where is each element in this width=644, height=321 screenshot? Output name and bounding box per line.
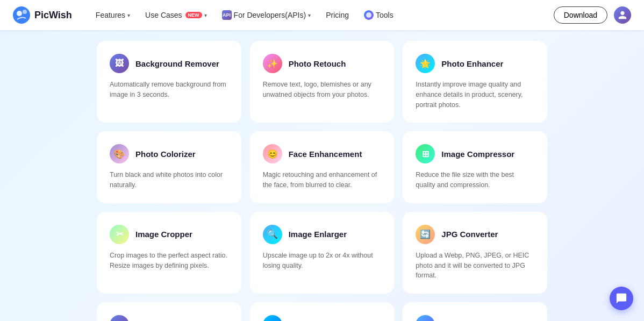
svg-point-1	[17, 11, 22, 16]
card-photo-colorizer[interactable]: 🎨 Photo Colorizer Turn black and white p…	[97, 131, 241, 203]
photo-retouch-icon: ✨	[263, 54, 282, 73]
card-header: 😊 Face Enhancement	[263, 144, 382, 163]
nav-right: Download	[554, 6, 631, 24]
card-title: Photo Enhancer	[441, 59, 503, 68]
chat-bubble[interactable]	[610, 287, 633, 310]
card-image-cropper[interactable]: ✂ Image Cropper Crop images to the perfe…	[97, 212, 241, 294]
white-background-icon: ▣	[263, 315, 282, 321]
card-header: 🔍 Image Enlarger	[263, 225, 382, 244]
card-image-to-text[interactable]: T Image to Text Easily convert image to …	[97, 302, 241, 321]
card-description: Turn black and white photos into color n…	[110, 170, 228, 190]
card-photo-enhancer[interactable]: 🌟 Photo Enhancer Instantly improve image…	[403, 41, 547, 123]
chevron-down-icon: ▾	[204, 12, 207, 18]
card-face-enhancement[interactable]: 😊 Face Enhancement Magic retouching and …	[250, 131, 395, 203]
image-cropper-icon: ✂	[110, 225, 129, 244]
card-title: Background Remover	[135, 59, 219, 68]
nav-item-features[interactable]: Features ▾	[89, 8, 137, 23]
ai-icon	[364, 10, 374, 20]
card-header: ⊞ Image Compressor	[416, 144, 534, 163]
card-title: Image Enlarger	[289, 230, 347, 239]
jpg-converter-icon: 🔄	[416, 225, 435, 244]
nav-item-pricing[interactable]: Pricing	[319, 8, 355, 23]
card-jpg-converter[interactable]: 🔄 JPG Converter Upload a Webp, PNG, JPEG…	[403, 212, 547, 294]
image-to-text-icon: T	[110, 315, 129, 321]
card-title: Image Cropper	[135, 230, 192, 239]
card-description: Crop images to the perfect aspect ratio.…	[110, 251, 228, 271]
face-enhancement-icon: 😊	[263, 144, 282, 163]
card-header: ✂ Image Cropper	[110, 225, 228, 244]
card-header: ✨ Photo Retouch	[263, 54, 382, 73]
photo-colorizer-icon: 🎨	[110, 144, 129, 163]
image-compressor-icon: ⊞	[416, 144, 435, 163]
card-header: 🔄 JPG Converter	[416, 225, 534, 244]
api-icon: API	[222, 10, 232, 20]
navbar: PicWish Features ▾ Use Cases NEW ▾ API F…	[0, 0, 644, 30]
card-description: Remove text, logo, blemishes or any unwa…	[263, 80, 382, 100]
image-enlarger-icon: 🔍	[263, 225, 282, 244]
svg-point-2	[23, 10, 27, 14]
ai-art-generator-icon: AI	[416, 315, 435, 321]
card-header: ▣ White Background	[263, 315, 382, 321]
card-image-compressor[interactable]: ⊞ Image Compressor Reduce the file size …	[403, 131, 547, 203]
nav-links: Features ▾ Use Cases NEW ▾ API For Devel…	[89, 7, 554, 23]
background-remover-icon: 🖼	[110, 54, 129, 73]
card-header: AI AI Art Generator	[416, 315, 534, 321]
card-ai-art-generator[interactable]: AI AI Art Generator Produce AI-generated…	[403, 302, 547, 321]
card-header: 🌟 Photo Enhancer	[416, 54, 534, 73]
photo-enhancer-icon: 🌟	[416, 54, 435, 73]
new-badge: NEW	[185, 12, 202, 18]
nav-item-tools[interactable]: Tools	[357, 7, 400, 23]
avatar[interactable]	[614, 6, 631, 24]
nav-item-use-cases[interactable]: Use Cases NEW ▾	[139, 8, 213, 23]
card-header: 🎨 Photo Colorizer	[110, 144, 228, 163]
chevron-down-icon: ▾	[127, 12, 130, 18]
logo-icon	[13, 6, 30, 24]
card-description: Reduce the file size with the best quali…	[416, 170, 534, 190]
card-description: Upload a Webp, PNG, JPEG, or HEIC photo …	[416, 251, 534, 281]
card-title: Photo Colorizer	[135, 149, 196, 159]
card-description: Automatically remove background from ima…	[110, 80, 228, 100]
nav-item-developers[interactable]: API For Developers(APIs) ▾	[216, 7, 318, 23]
chevron-down-icon: ▾	[308, 12, 311, 18]
logo-text: PicWish	[34, 10, 72, 21]
download-button[interactable]: Download	[554, 6, 607, 24]
card-header: 🖼 Background Remover	[110, 54, 228, 73]
card-description: Instantly improve image quality and enha…	[416, 80, 534, 110]
svg-point-3	[366, 12, 371, 18]
main-content: 🖼 Background Remover Automatically remov…	[0, 30, 644, 321]
card-title: Face Enhancement	[289, 149, 362, 159]
card-description: Magic retouching and enhancement of the …	[263, 170, 382, 190]
card-white-background[interactable]: ▣ White Background Make photo background…	[250, 302, 395, 321]
card-background-remover[interactable]: 🖼 Background Remover Automatically remov…	[97, 41, 241, 123]
card-header: T Image to Text	[110, 315, 228, 321]
card-description: Upscale image up to 2x or 4x without los…	[263, 251, 382, 271]
card-image-enlarger[interactable]: 🔍 Image Enlarger Upscale image up to 2x …	[250, 212, 395, 294]
card-title: Photo Retouch	[289, 59, 346, 68]
logo[interactable]: PicWish	[13, 6, 72, 24]
card-title: Image Compressor	[441, 149, 514, 159]
card-title: JPG Converter	[441, 230, 498, 239]
card-photo-retouch[interactable]: ✨ Photo Retouch Remove text, logo, blemi…	[250, 41, 395, 123]
